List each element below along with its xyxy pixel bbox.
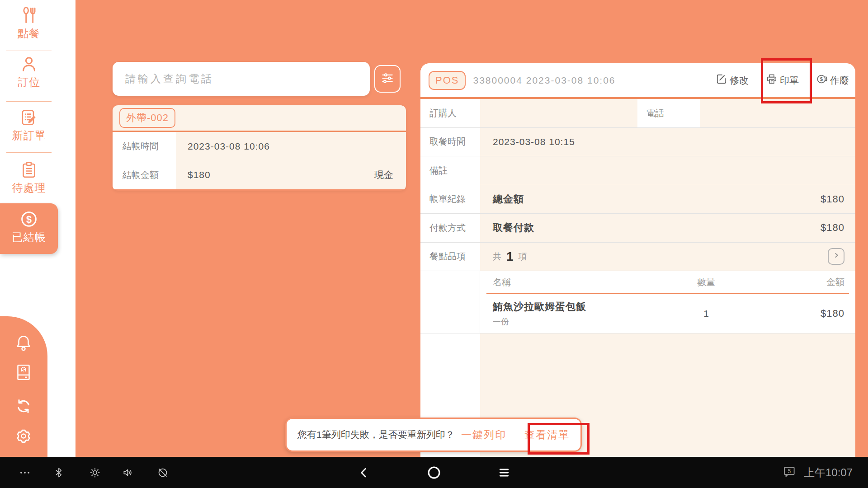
items-table: 名稱 數量 金額 鮪魚沙拉歐姆蛋包飯 一份 1 $180	[480, 271, 855, 333]
pos-badge: POS	[429, 71, 466, 90]
panel-actions: 修改 印單	[716, 73, 849, 87]
phone-value	[700, 99, 855, 127]
void-order-button[interactable]: $ 作廢	[816, 73, 849, 87]
sidebar-item-pending[interactable]: 待處理	[0, 161, 58, 195]
payment-method-row: 付款方式 取餐付款 $180	[420, 214, 855, 243]
view-list-button[interactable]: 查看清單	[524, 428, 570, 442]
svg-text:$: $	[820, 76, 823, 82]
sync-icon	[14, 409, 33, 417]
sidebar-item-new-orders[interactable]: 新訂單	[0, 108, 58, 143]
edit-button-label: 修改	[730, 74, 749, 87]
chevron-right-icon	[831, 250, 841, 263]
orderer-row: 訂購人 電話	[420, 99, 855, 128]
sidebar-item-reservation[interactable]: 訂位	[0, 55, 58, 89]
order-edit-icon	[0, 108, 58, 127]
items-label-column	[420, 271, 480, 333]
checkout-time-label: 結帳時間	[113, 140, 176, 152]
one-click-print-button[interactable]: 一鍵列印	[461, 428, 506, 442]
person-icon	[0, 55, 58, 73]
remark-label: 備註	[420, 156, 480, 185]
cutlery-icon	[0, 6, 58, 24]
total-amount-value: $180	[821, 193, 844, 205]
menu-lines-icon	[497, 465, 511, 480]
android-navbar: 5 上午10:07	[0, 457, 868, 488]
order-number-datetime: 33800004 2023-03-08 10:06	[473, 75, 615, 86]
order-summary-card[interactable]: 外帶-002 結帳時間 2023-03-08 10:06 結帳金額 $180 現…	[113, 105, 406, 191]
ellipsis-icon	[19, 467, 31, 479]
back-chevron-icon	[357, 465, 371, 480]
notifications-button[interactable]	[14, 334, 33, 352]
bill-record-row: 帳單紀錄 總金額 $180	[420, 185, 855, 214]
edit-order-button[interactable]: 修改	[716, 73, 749, 87]
item-row: 鮪魚沙拉歐姆蛋包飯 一份 1 $180	[486, 294, 849, 333]
pickup-time-label: 取餐時間	[420, 128, 480, 156]
home-button[interactable]	[426, 465, 442, 480]
volume-button[interactable]	[122, 467, 134, 479]
items-table-header: 名稱 數量 金額	[486, 271, 849, 294]
checkout-amount-row: 結帳金額 $180 現金	[113, 161, 406, 190]
sidebar-item-label: 新訂單	[0, 128, 58, 143]
sidebar-divider	[6, 152, 52, 153]
filter-button[interactable]	[374, 65, 401, 93]
printer-icon	[766, 73, 778, 87]
sidebar-item-label: 待處理	[0, 181, 58, 195]
void-icon: $	[816, 73, 828, 87]
takeout-tag: 外帶-002	[119, 108, 175, 128]
checkout-time-row: 結帳時間 2023-03-08 10:06	[113, 132, 406, 161]
auto-rotate-off-button[interactable]	[157, 467, 169, 479]
pickup-time-value: 2023-03-08 10:15	[480, 128, 855, 156]
bill-record-label: 帳單紀錄	[420, 185, 480, 214]
order-card-header: 外帶-002	[113, 105, 406, 132]
bluetooth-icon	[53, 467, 65, 479]
column-header-amount: 金額	[738, 276, 849, 288]
payment-method-key: 取餐付款	[493, 221, 534, 235]
pickup-time-row: 取餐時間 2023-03-08 10:15	[420, 128, 855, 157]
remark-row: 備註	[420, 156, 855, 185]
print-ticket-button[interactable]: 印單	[766, 73, 799, 87]
brightness-button[interactable]	[89, 467, 101, 479]
sidebar-item-checked-out[interactable]: $ 已結帳	[0, 203, 58, 254]
home-circle-icon	[426, 465, 442, 480]
recents-button[interactable]	[497, 465, 511, 480]
svg-text:$: $	[26, 214, 32, 225]
sidebar-item-label: 訂位	[0, 75, 58, 89]
clipboard-icon	[0, 161, 58, 179]
order-card-body: 結帳時間 2023-03-08 10:06 結帳金額 $180 現金	[113, 132, 406, 189]
filter-icon	[381, 71, 394, 87]
sidebar-divider	[6, 51, 52, 51]
item-spec: 一份	[493, 316, 675, 327]
settings-icon	[14, 439, 33, 446]
item-qty: 1	[675, 308, 738, 319]
total-amount-key: 總金額	[493, 192, 524, 206]
edit-icon	[716, 73, 727, 87]
settings-button[interactable]	[14, 427, 33, 445]
meal-items-row: 餐點品項 共 1 項	[420, 243, 855, 272]
expand-items-button[interactable]	[828, 248, 844, 265]
items-count-suffix: 項	[519, 251, 528, 263]
print-failed-toast: 您有1筆列印失敗，是否要重新列印？ 一鍵列印 查看清單	[285, 418, 582, 452]
column-header-name: 名稱	[486, 276, 675, 288]
toast-message: 您有1筆列印失敗，是否要重新列印？	[297, 428, 461, 441]
sync-button[interactable]	[14, 397, 33, 415]
pos-app-screen: 點餐 訂位 新訂單	[0, 0, 868, 488]
orderer-label: 訂購人	[420, 99, 480, 127]
more-options-button[interactable]	[19, 467, 31, 479]
void-button-label: 作廢	[830, 74, 849, 87]
toast-actions: 一鍵列印 查看清單	[461, 428, 570, 442]
notification-count-text: 5	[788, 468, 791, 474]
checkout-amount-label: 結帳金額	[113, 169, 176, 181]
bluetooth-button[interactable]	[53, 467, 65, 479]
back-button[interactable]	[357, 465, 371, 480]
items-table-section: 名稱 數量 金額 鮪魚沙拉歐姆蛋包飯 一份 1 $180	[420, 271, 855, 333]
order-detail-panel: POS 33800004 2023-03-08 10:06 修改	[420, 63, 855, 457]
cash-drawer-button[interactable]: $	[14, 363, 33, 381]
sidebar-item-order[interactable]: 點餐	[0, 6, 58, 41]
item-name: 鮪魚沙拉歐姆蛋包飯	[493, 300, 675, 314]
sidebar-divider	[6, 101, 52, 102]
phone-search-input[interactable]	[113, 62, 370, 96]
svg-text:$: $	[22, 366, 26, 374]
panel-header: POS 33800004 2023-03-08 10:06 修改	[420, 63, 855, 99]
payment-method-note: 現金	[374, 169, 393, 181]
dollar-circle-icon: $	[0, 210, 58, 228]
phone-label: 電話	[637, 99, 700, 127]
